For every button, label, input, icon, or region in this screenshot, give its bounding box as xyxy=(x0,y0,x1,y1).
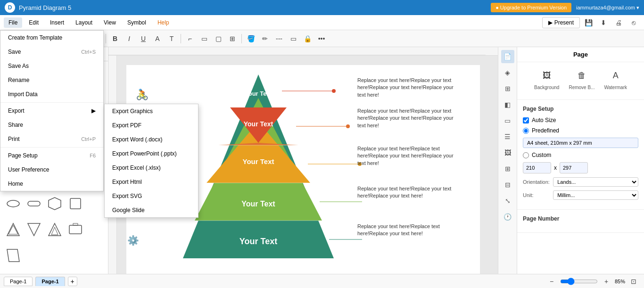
page-tab-prev[interactable]: Page-1 xyxy=(4,277,33,286)
orientation-select[interactable]: Lands... xyxy=(553,177,638,187)
export-excel[interactable]: Export Excel (.xlsx) xyxy=(105,161,198,175)
share-icon-btn[interactable]: ⎋ xyxy=(627,16,640,29)
menu-file[interactable]: File xyxy=(4,17,22,28)
menu-page-setup[interactable]: Page Setup F6 xyxy=(0,148,103,163)
unit-select[interactable]: Millim... xyxy=(553,190,638,200)
svg-rect-29 xyxy=(70,198,81,209)
menu-layout[interactable]: Layout xyxy=(71,17,97,28)
watermark-label: Watermark xyxy=(604,85,627,90)
pen-button[interactable]: ✏ xyxy=(258,32,272,45)
app-logo: D xyxy=(5,2,15,13)
list-item[interactable] xyxy=(4,220,23,239)
menu-view[interactable]: View xyxy=(99,17,121,28)
export-google-slide[interactable]: Google Slide xyxy=(105,203,198,217)
export-svg[interactable]: Export SVG xyxy=(105,189,198,203)
zoom-out-button[interactable]: − xyxy=(545,275,558,288)
menu-home[interactable]: Home xyxy=(0,177,103,191)
sidebar-stack-icon[interactable]: ☰ xyxy=(501,130,514,143)
menu-edit[interactable]: Edit xyxy=(24,17,43,28)
list-item[interactable] xyxy=(45,220,64,239)
width-input[interactable] xyxy=(523,162,551,173)
sidebar-page-icon[interactable]: 📄 xyxy=(501,50,514,63)
bold-button[interactable]: B xyxy=(108,32,122,45)
more-button[interactable]: ••• xyxy=(315,32,328,45)
menu-export[interactable]: Export ▶ Export Graphics Export PDF Expo… xyxy=(0,104,103,118)
save-icon-btn[interactable]: 💾 xyxy=(582,16,595,29)
border-button[interactable]: ▭ xyxy=(287,32,300,45)
sidebar-grid-icon[interactable]: ⊞ xyxy=(501,82,514,95)
export-graphics[interactable]: Export Graphics xyxy=(105,104,198,118)
sidebar-theme-icon[interactable]: ◈ xyxy=(501,66,514,79)
page-number-section: Page Number xyxy=(517,210,644,233)
watermark-action[interactable]: A Watermark xyxy=(604,68,627,90)
fill-button[interactable]: 🪣 xyxy=(244,32,257,45)
sidebar-image-icon[interactable]: 🖼 xyxy=(501,146,514,159)
menu-symbol[interactable]: Symbol xyxy=(123,17,151,28)
sidebar-layers-icon[interactable]: ◧ xyxy=(501,98,514,111)
sidebar-clock-icon[interactable]: 🕐 xyxy=(501,210,514,223)
auto-size-checkbox[interactable] xyxy=(523,117,529,123)
export-html[interactable]: Export Html xyxy=(105,175,198,189)
menu-save-as[interactable]: Save As xyxy=(0,59,103,73)
list-item[interactable] xyxy=(66,220,85,239)
sidebar-table-icon[interactable]: ⊟ xyxy=(501,178,514,191)
font-color-button[interactable]: A xyxy=(151,32,164,45)
shape2-button[interactable]: ▢ xyxy=(212,32,225,45)
list-item[interactable] xyxy=(4,194,23,213)
export-powerpoint[interactable]: Export PowerPoint (.pptx) xyxy=(105,147,198,161)
menu-user-preference[interactable]: User Preference xyxy=(0,163,103,177)
text-format-button[interactable]: T xyxy=(165,32,178,45)
align-button[interactable]: ⊞ xyxy=(226,32,239,45)
file-menu-overlay: Create from Template Save Ctrl+S Save As… xyxy=(0,30,104,191)
list-item[interactable] xyxy=(4,246,23,265)
list-item[interactable] xyxy=(45,194,64,213)
svg-marker-28 xyxy=(49,197,61,210)
custom-radio[interactable] xyxy=(523,152,529,158)
menu-save[interactable]: Save Ctrl+S xyxy=(0,45,103,59)
custom-label: Custom xyxy=(532,152,551,158)
export-word[interactable]: Export Word (.docx) xyxy=(105,132,198,147)
list-item[interactable] xyxy=(25,194,43,213)
underline-button[interactable]: U xyxy=(137,32,150,45)
menu-import-data[interactable]: Import Data xyxy=(0,87,103,101)
italic-button[interactable]: I xyxy=(123,32,136,45)
fit-page-button[interactable]: ⊡ xyxy=(627,275,640,288)
upgrade-button[interactable]: ● Upgrade to Premium Version xyxy=(491,3,571,12)
menu-insert[interactable]: Insert xyxy=(45,17,69,28)
active-page-tab[interactable]: Page-1 xyxy=(35,277,65,286)
lock-button[interactable]: 🔒 xyxy=(301,32,314,45)
annotation-5: Replace your text here!Replace text here… xyxy=(357,223,461,238)
menu-create-template[interactable]: Create from Template xyxy=(0,31,103,45)
menu-help[interactable]: Help xyxy=(153,17,174,28)
download-icon-btn[interactable]: ⬇ xyxy=(597,16,610,29)
menu-rename[interactable]: Rename xyxy=(0,73,103,87)
height-input[interactable] xyxy=(560,162,588,173)
present-label: Present xyxy=(554,19,574,26)
print-icon-btn[interactable]: 🖨 xyxy=(612,16,625,29)
sidebar-connect-icon[interactable]: ⊞ xyxy=(501,162,514,175)
export-pdf[interactable]: Export PDF xyxy=(105,118,198,132)
predefined-radio[interactable] xyxy=(523,128,529,134)
list-item[interactable] xyxy=(66,194,85,213)
present-button[interactable]: ▶ Present xyxy=(542,17,580,28)
more-tools-button[interactable]: ⌐ xyxy=(183,32,197,45)
menu-print-label: Print xyxy=(8,136,20,142)
sidebar-resize-icon[interactable]: ⤡ xyxy=(501,194,514,207)
user-email[interactable]: iammurtaza4@gmail.com ▾ xyxy=(576,5,639,11)
toolbar-separator-3 xyxy=(181,34,181,43)
svg-text:Your Text: Your Text xyxy=(245,90,272,97)
sidebar-transit-icon[interactable]: ▭ xyxy=(501,114,514,127)
remove-bg-action[interactable]: 🗑 Remove B... xyxy=(569,68,594,90)
add-page-button[interactable]: + xyxy=(68,277,77,286)
bottom-bar: Page-1 Page-1 + − + 85% ⊡ xyxy=(0,274,644,288)
shape-button[interactable]: ▭ xyxy=(198,32,211,45)
menu-share[interactable]: Share xyxy=(0,118,103,132)
zoom-slider[interactable] xyxy=(560,278,598,285)
list-item[interactable] xyxy=(25,220,43,239)
background-action[interactable]: 🖼 Background xyxy=(534,68,559,90)
dimension-separator: x xyxy=(554,165,557,171)
line-style-button[interactable]: --- xyxy=(272,32,286,45)
menu-print[interactable]: Print Ctrl+P xyxy=(0,132,103,146)
zoom-in-button[interactable]: + xyxy=(600,275,613,288)
predefined-value[interactable]: A4 sheet, 210mm x 297 mm xyxy=(523,138,638,148)
